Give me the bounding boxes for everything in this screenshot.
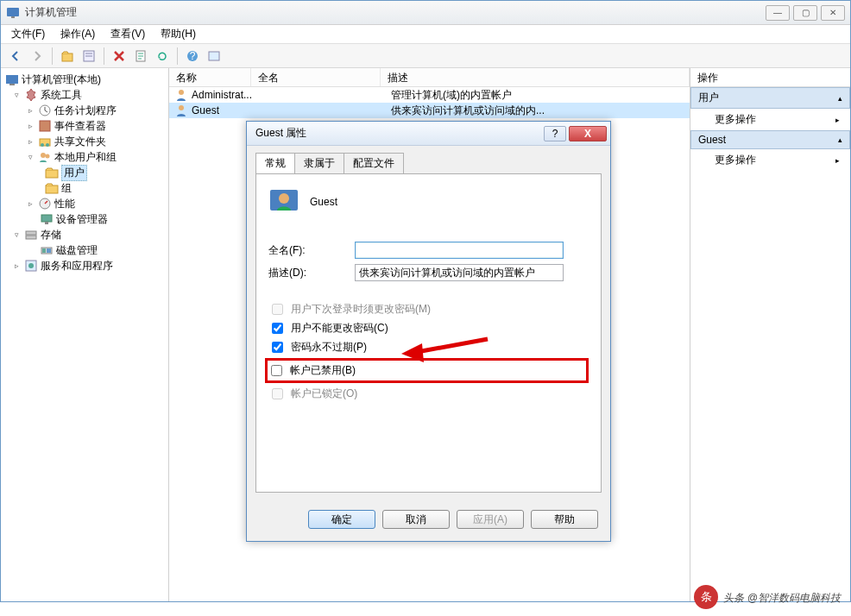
tree-services-apps[interactable]: ▹服务和应用程序 — [1, 258, 168, 273]
fullname-input[interactable] — [355, 242, 564, 259]
svg-rect-2 — [62, 53, 72, 61]
titlebar[interactable]: 计算机管理 — ▢ ✕ — [1, 1, 850, 25]
svg-rect-19 — [46, 170, 58, 178]
tree-disk-management[interactable]: 磁盘管理 — [1, 242, 168, 258]
svg-rect-28 — [47, 248, 51, 253]
svg-rect-25 — [26, 236, 36, 239]
menu-help[interactable]: 帮助(H) — [154, 25, 203, 43]
description-label: 描述(D): — [268, 266, 355, 280]
up-icon[interactable] — [58, 47, 77, 66]
tree-system-tools[interactable]: ▿系统工具 — [1, 87, 168, 103]
svg-rect-24 — [26, 231, 36, 235]
svg-rect-10 — [6, 75, 18, 84]
actions-title: 操作 — [690, 68, 850, 87]
tree-groups[interactable]: 组 — [1, 180, 168, 196]
properties-icon[interactable] — [79, 47, 98, 66]
help-icon[interactable]: ? — [183, 47, 202, 66]
menu-view[interactable]: 查看(V) — [104, 25, 152, 43]
minimize-button[interactable]: — — [766, 5, 790, 21]
tree-users[interactable]: 用户 — [1, 165, 168, 180]
dialog-help-button[interactable]: ? — [544, 126, 566, 141]
menu-action[interactable]: 操作(A) — [54, 25, 102, 43]
tab-member-of[interactable]: 隶属于 — [294, 153, 344, 173]
collapse-icon: ▴ — [838, 135, 842, 144]
svg-point-16 — [46, 143, 49, 147]
svg-rect-1 — [11, 16, 15, 18]
tab-panel-general: Guest 全名(F): 描述(D): 用户下次登录时须更改密码(M) 用户不能… — [255, 173, 602, 493]
list-header: 名称 全名 描述 — [169, 68, 690, 87]
col-name[interactable]: 名称 — [169, 68, 251, 86]
dialog-titlebar[interactable]: Guest 属性 ? X — [247, 122, 610, 146]
forward-icon[interactable] — [28, 47, 47, 66]
menubar: 文件(F) 操作(A) 查看(V) 帮助(H) — [1, 25, 850, 44]
menu-file[interactable]: 文件(F) — [4, 25, 52, 43]
username-label: Guest — [310, 196, 337, 208]
window-title: 计算机管理 — [25, 5, 766, 20]
svg-point-17 — [41, 153, 46, 158]
svg-point-31 — [179, 90, 184, 95]
tab-general[interactable]: 常规 — [255, 153, 295, 173]
svg-rect-11 — [9, 84, 15, 85]
checkbox-account-locked: 帐户已锁定(O) — [268, 386, 589, 402]
tree-task-scheduler[interactable]: ▹任务计划程序 — [1, 103, 168, 118]
svg-text:?: ? — [190, 50, 196, 62]
watermark: 条头条 @智洋数码电脑科技 — [694, 584, 841, 609]
svg-rect-27 — [42, 248, 46, 253]
svg-point-32 — [179, 105, 184, 110]
svg-point-15 — [41, 143, 44, 147]
maximize-button[interactable]: ▢ — [793, 5, 817, 21]
action-more-2[interactable]: 更多操作▸ — [690, 149, 850, 171]
close-button[interactable]: ✕ — [821, 5, 845, 21]
tree-event-viewer[interactable]: ▹事件查看器 — [1, 118, 168, 134]
cancel-button[interactable]: 取消 — [382, 510, 450, 529]
checkbox-password-never-expires[interactable]: 密码永不过期(P) — [268, 339, 589, 355]
app-icon — [6, 6, 20, 20]
user-avatar-icon — [268, 186, 299, 217]
export-icon[interactable] — [131, 47, 150, 66]
tree-performance[interactable]: ▹性能 — [1, 196, 168, 211]
col-description[interactable]: 描述 — [381, 68, 690, 86]
svg-point-34 — [279, 193, 289, 204]
ok-button[interactable]: 确定 — [308, 510, 375, 529]
svg-point-30 — [28, 263, 34, 268]
back-icon[interactable] — [6, 47, 25, 66]
tree-shared-folders[interactable]: ▹共享文件夹 — [1, 134, 168, 149]
fullname-label: 全名(F): — [268, 243, 355, 258]
checkbox-account-disabled[interactable]: 帐户已禁用(B) — [265, 358, 589, 383]
user-icon — [174, 104, 188, 117]
actions-pane: 操作 用户▴ 更多操作▸ Guest▴ 更多操作▸ — [690, 68, 850, 601]
svg-rect-0 — [7, 8, 19, 16]
svg-point-18 — [46, 154, 50, 159]
user-icon — [174, 88, 188, 102]
checkbox-cannot-change-password[interactable]: 用户不能更改密码(C) — [268, 320, 589, 336]
tree-storage[interactable]: ▿存储 — [1, 227, 168, 242]
dialog-close-button[interactable]: X — [569, 126, 607, 141]
action-more-1[interactable]: 更多操作▸ — [690, 109, 850, 130]
description-input[interactable] — [355, 264, 564, 281]
properties-dialog: Guest 属性 ? X 常规 隶属于 配置文件 Guest 全名(F): 描述… — [246, 121, 611, 542]
apply-button[interactable]: 应用(A) — [457, 510, 524, 529]
col-fullname[interactable]: 全名 — [251, 68, 381, 86]
nav-tree[interactable]: 计算机管理(本地) ▿系统工具 ▹任务计划程序 ▹事件查看器 ▹共享文件夹 ▿本… — [1, 68, 169, 601]
checkbox-must-change-password: 用户下次登录时须更改密码(M) — [268, 301, 589, 317]
collapse-icon: ▴ — [838, 94, 842, 103]
help-button[interactable]: 帮助 — [531, 510, 598, 529]
svg-rect-20 — [46, 185, 58, 193]
svg-rect-13 — [40, 121, 50, 131]
chevron-right-icon: ▸ — [835, 156, 840, 165]
svg-rect-23 — [45, 222, 48, 224]
tree-local-users-groups[interactable]: ▿本地用户和组 — [1, 149, 168, 165]
dialog-buttons: 确定 取消 应用(A) 帮助 — [247, 501, 610, 541]
list-item[interactable]: Guest 供来宾访问计算机或访问域的内... — [169, 103, 690, 118]
svg-rect-9 — [209, 52, 219, 60]
chevron-right-icon: ▸ — [835, 116, 840, 124]
actions-section-guest[interactable]: Guest▴ — [690, 130, 850, 149]
tree-root[interactable]: 计算机管理(本地) — [1, 72, 168, 87]
actions-section-users[interactable]: 用户▴ — [690, 87, 850, 109]
extra-icon[interactable] — [205, 47, 224, 66]
tab-profile[interactable]: 配置文件 — [344, 153, 404, 173]
tree-device-manager[interactable]: 设备管理器 — [1, 211, 168, 227]
delete-icon[interactable] — [110, 47, 129, 66]
refresh-icon[interactable] — [153, 47, 172, 66]
list-item[interactable]: Administrat... 管理计算机(域)的内置帐户 — [169, 87, 690, 103]
